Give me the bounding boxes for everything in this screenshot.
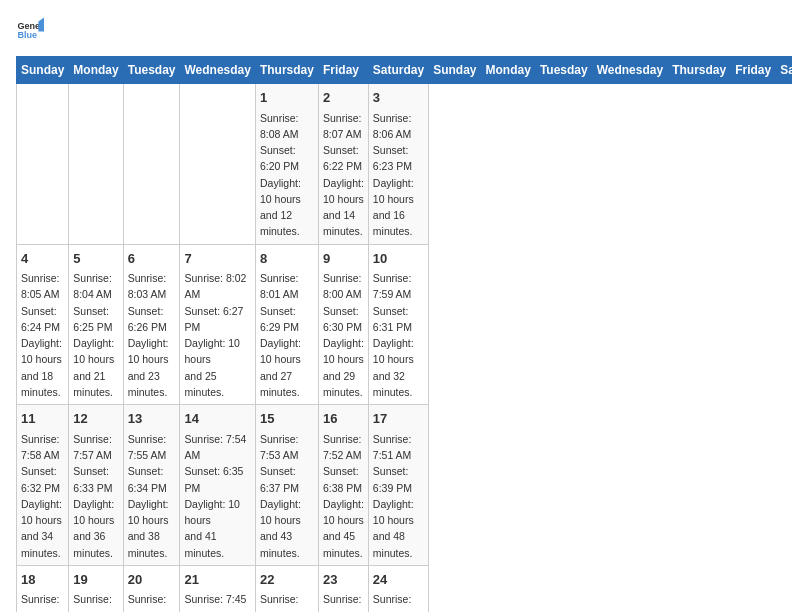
calendar-week-row: 1Sunrise: 8:08 AM Sunset: 6:20 PM Daylig… <box>17 84 793 245</box>
calendar-cell: 3Sunrise: 8:06 AM Sunset: 6:23 PM Daylig… <box>368 84 428 245</box>
day-info: Sunrise: 8:01 AM Sunset: 6:29 PM Dayligh… <box>260 270 314 400</box>
calendar-cell: 5Sunrise: 8:04 AM Sunset: 6:25 PM Daylig… <box>69 244 123 405</box>
header-day-friday: Friday <box>731 57 776 84</box>
calendar-cell <box>17 84 69 245</box>
calendar-cell: 7Sunrise: 8:02 AM Sunset: 6:27 PM Daylig… <box>180 244 255 405</box>
header-day-tuesday: Tuesday <box>535 57 592 84</box>
day-number: 20 <box>128 570 176 590</box>
day-info: Sunrise: 7:52 AM Sunset: 6:38 PM Dayligh… <box>323 431 364 561</box>
calendar-header-row: SundayMondayTuesdayWednesdayThursdayFrid… <box>17 57 793 84</box>
day-info: Sunrise: 7:54 AM Sunset: 6:35 PM Dayligh… <box>184 431 250 561</box>
calendar-cell: 22Sunrise: 7:44 AM Sunset: 6:44 PM Dayli… <box>255 565 318 612</box>
day-number: 6 <box>128 249 176 269</box>
day-number: 7 <box>184 249 250 269</box>
day-info: Sunrise: 7:57 AM Sunset: 6:33 PM Dayligh… <box>73 431 118 561</box>
day-number: 5 <box>73 249 118 269</box>
calendar-cell: 20Sunrise: 7:47 AM Sunset: 6:42 PM Dayli… <box>123 565 180 612</box>
calendar-cell: 15Sunrise: 7:53 AM Sunset: 6:37 PM Dayli… <box>255 405 318 566</box>
day-number: 16 <box>323 409 364 429</box>
calendar-cell: 18Sunrise: 7:49 AM Sunset: 6:40 PM Dayli… <box>17 565 69 612</box>
header-sunday: Sunday <box>17 57 69 84</box>
calendar-cell <box>123 84 180 245</box>
calendar-cell <box>69 84 123 245</box>
day-info: Sunrise: 7:47 AM Sunset: 6:42 PM Dayligh… <box>128 591 176 612</box>
day-info: Sunrise: 8:02 AM Sunset: 6:27 PM Dayligh… <box>184 270 250 400</box>
day-number: 3 <box>373 88 424 108</box>
calendar-cell: 11Sunrise: 7:58 AM Sunset: 6:32 PM Dayli… <box>17 405 69 566</box>
day-info: Sunrise: 8:04 AM Sunset: 6:25 PM Dayligh… <box>73 270 118 400</box>
header-day-saturday: Saturday <box>776 57 792 84</box>
day-number: 21 <box>184 570 250 590</box>
header-monday: Monday <box>69 57 123 84</box>
calendar-week-row: 18Sunrise: 7:49 AM Sunset: 6:40 PM Dayli… <box>17 565 793 612</box>
calendar-cell: 16Sunrise: 7:52 AM Sunset: 6:38 PM Dayli… <box>318 405 368 566</box>
svg-text:Blue: Blue <box>17 30 37 40</box>
day-info: Sunrise: 8:07 AM Sunset: 6:22 PM Dayligh… <box>323 110 364 240</box>
calendar-cell: 13Sunrise: 7:55 AM Sunset: 6:34 PM Dayli… <box>123 405 180 566</box>
day-info: Sunrise: 7:44 AM Sunset: 6:44 PM Dayligh… <box>260 591 314 612</box>
day-info: Sunrise: 7:45 AM Sunset: 6:43 PM Dayligh… <box>184 591 250 612</box>
day-number: 9 <box>323 249 364 269</box>
day-number: 10 <box>373 249 424 269</box>
day-info: Sunrise: 7:49 AM Sunset: 6:40 PM Dayligh… <box>21 591 64 612</box>
header-day-wednesday: Wednesday <box>592 57 667 84</box>
calendar-cell: 2Sunrise: 8:07 AM Sunset: 6:22 PM Daylig… <box>318 84 368 245</box>
calendar-cell: 21Sunrise: 7:45 AM Sunset: 6:43 PM Dayli… <box>180 565 255 612</box>
calendar-cell: 14Sunrise: 7:54 AM Sunset: 6:35 PM Dayli… <box>180 405 255 566</box>
calendar-cell <box>180 84 255 245</box>
header-day-sunday: Sunday <box>429 57 481 84</box>
header-wednesday: Wednesday <box>180 57 255 84</box>
day-number: 18 <box>21 570 64 590</box>
day-number: 13 <box>128 409 176 429</box>
calendar-cell: 6Sunrise: 8:03 AM Sunset: 6:26 PM Daylig… <box>123 244 180 405</box>
header-tuesday: Tuesday <box>123 57 180 84</box>
calendar-cell: 10Sunrise: 7:59 AM Sunset: 6:31 PM Dayli… <box>368 244 428 405</box>
day-info: Sunrise: 7:53 AM Sunset: 6:37 PM Dayligh… <box>260 431 314 561</box>
calendar-cell: 1Sunrise: 8:08 AM Sunset: 6:20 PM Daylig… <box>255 84 318 245</box>
calendar-cell: 24Sunrise: 7:41 AM Sunset: 6:47 PM Dayli… <box>368 565 428 612</box>
calendar-table: SundayMondayTuesdayWednesdayThursdayFrid… <box>16 56 792 612</box>
svg-marker-2 <box>38 17 44 31</box>
header-day-thursday: Thursday <box>668 57 731 84</box>
day-number: 22 <box>260 570 314 590</box>
calendar-cell: 9Sunrise: 8:00 AM Sunset: 6:30 PM Daylig… <box>318 244 368 405</box>
day-number: 11 <box>21 409 64 429</box>
day-info: Sunrise: 7:58 AM Sunset: 6:32 PM Dayligh… <box>21 431 64 561</box>
day-info: Sunrise: 7:43 AM Sunset: 6:45 PM Dayligh… <box>323 591 364 612</box>
day-info: Sunrise: 7:59 AM Sunset: 6:31 PM Dayligh… <box>373 270 424 400</box>
calendar-cell: 4Sunrise: 8:05 AM Sunset: 6:24 PM Daylig… <box>17 244 69 405</box>
day-number: 2 <box>323 88 364 108</box>
day-info: Sunrise: 8:06 AM Sunset: 6:23 PM Dayligh… <box>373 110 424 240</box>
header-saturday: Saturday <box>368 57 428 84</box>
day-info: Sunrise: 7:48 AM Sunset: 6:41 PM Dayligh… <box>73 591 118 612</box>
day-number: 4 <box>21 249 64 269</box>
day-number: 24 <box>373 570 424 590</box>
day-number: 17 <box>373 409 424 429</box>
day-info: Sunrise: 7:51 AM Sunset: 6:39 PM Dayligh… <box>373 431 424 561</box>
day-info: Sunrise: 8:05 AM Sunset: 6:24 PM Dayligh… <box>21 270 64 400</box>
calendar-week-row: 11Sunrise: 7:58 AM Sunset: 6:32 PM Dayli… <box>17 405 793 566</box>
header-thursday: Thursday <box>255 57 318 84</box>
day-info: Sunrise: 8:08 AM Sunset: 6:20 PM Dayligh… <box>260 110 314 240</box>
logo-icon: General Blue <box>16 16 44 44</box>
calendar-cell: 23Sunrise: 7:43 AM Sunset: 6:45 PM Dayli… <box>318 565 368 612</box>
day-number: 19 <box>73 570 118 590</box>
calendar-cell: 17Sunrise: 7:51 AM Sunset: 6:39 PM Dayli… <box>368 405 428 566</box>
day-number: 8 <box>260 249 314 269</box>
day-info: Sunrise: 7:55 AM Sunset: 6:34 PM Dayligh… <box>128 431 176 561</box>
day-info: Sunrise: 7:41 AM Sunset: 6:47 PM Dayligh… <box>373 591 424 612</box>
day-number: 14 <box>184 409 250 429</box>
calendar-week-row: 4Sunrise: 8:05 AM Sunset: 6:24 PM Daylig… <box>17 244 793 405</box>
calendar-cell: 12Sunrise: 7:57 AM Sunset: 6:33 PM Dayli… <box>69 405 123 566</box>
logo: General Blue <box>16 16 44 44</box>
calendar-cell: 8Sunrise: 8:01 AM Sunset: 6:29 PM Daylig… <box>255 244 318 405</box>
day-number: 12 <box>73 409 118 429</box>
day-number: 15 <box>260 409 314 429</box>
page-header: General Blue <box>16 16 776 44</box>
day-info: Sunrise: 8:00 AM Sunset: 6:30 PM Dayligh… <box>323 270 364 400</box>
calendar-cell: 19Sunrise: 7:48 AM Sunset: 6:41 PM Dayli… <box>69 565 123 612</box>
header-friday: Friday <box>318 57 368 84</box>
day-number: 1 <box>260 88 314 108</box>
day-info: Sunrise: 8:03 AM Sunset: 6:26 PM Dayligh… <box>128 270 176 400</box>
header-day-monday: Monday <box>481 57 535 84</box>
